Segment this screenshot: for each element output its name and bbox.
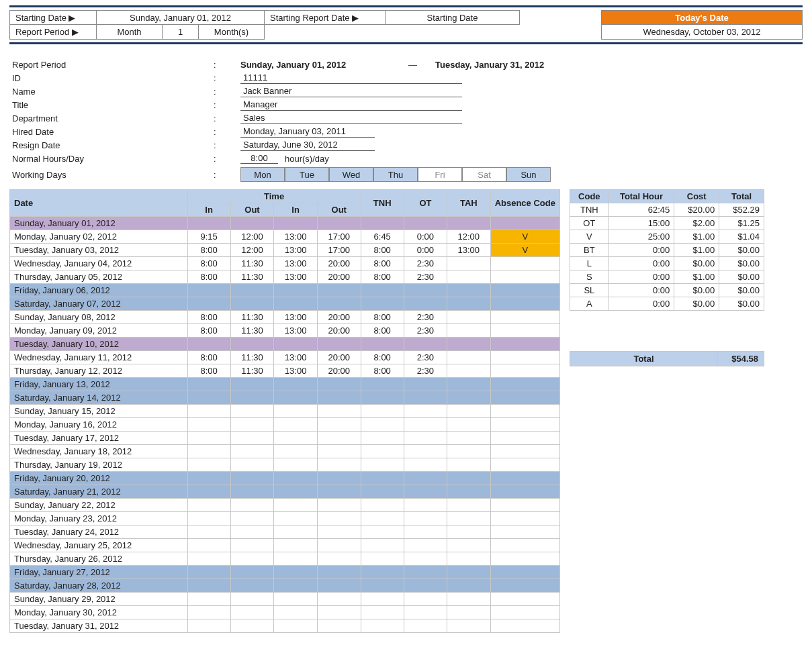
date-cell[interactable]: Sunday, January 22, 2012 bbox=[10, 499, 188, 512]
date-cell[interactable]: Sunday, January 29, 2012 bbox=[10, 593, 188, 606]
header-row-2: Report Period ▶ Month 1 Month(s) Wednesd… bbox=[9, 25, 803, 40]
working-days-row: MonTueWedThuFriSatSun bbox=[240, 167, 551, 182]
starting-date-label: Starting Date ▶ bbox=[9, 10, 97, 25]
timesheet-row: Friday, January 06, 2012 bbox=[10, 284, 560, 297]
summary-hour: 0:00 bbox=[608, 284, 674, 297]
date-cell[interactable]: Tuesday, January 10, 2012 bbox=[10, 338, 188, 351]
summary-hour: 0:00 bbox=[608, 257, 674, 270]
summary-code: V bbox=[570, 230, 609, 244]
timesheet-row: Sunday, January 22, 2012 bbox=[10, 499, 560, 512]
title-value[interactable]: Manager bbox=[240, 99, 462, 111]
sum-col-code: Code bbox=[570, 190, 609, 203]
date-cell[interactable]: Wednesday, January 04, 2012 bbox=[10, 257, 188, 270]
starting-date-value[interactable]: Sunday, January 01, 2012 bbox=[97, 10, 265, 25]
resign-value[interactable]: Saturday, June 30, 2012 bbox=[240, 140, 375, 151]
working-day-sun[interactable]: Sun bbox=[506, 167, 551, 182]
timesheet-row: Wednesday, January 18, 2012 bbox=[10, 445, 560, 458]
report-period-start: Sunday, January 01, 2012 bbox=[240, 60, 408, 70]
date-cell[interactable]: Tuesday, January 17, 2012 bbox=[10, 432, 188, 445]
timesheet-row: Monday, January 02, 20129:1512:0013:0017… bbox=[10, 230, 560, 244]
timesheet-row: Friday, January 20, 2012 bbox=[10, 472, 560, 485]
timesheet-row: Monday, January 16, 2012 bbox=[10, 418, 560, 432]
col-in-1: In bbox=[187, 203, 230, 217]
col-time: Time bbox=[187, 190, 361, 203]
todays-date-title: Today's Date bbox=[601, 10, 803, 25]
dept-value[interactable]: Sales bbox=[240, 113, 462, 124]
sum-col-hour: Total Hour bbox=[608, 190, 674, 203]
report-period-unit-left[interactable]: Month bbox=[97, 25, 163, 40]
working-day-mon[interactable]: Mon bbox=[240, 167, 285, 182]
date-cell[interactable]: Friday, January 20, 2012 bbox=[10, 472, 188, 485]
date-cell[interactable]: Thursday, January 19, 2012 bbox=[10, 458, 188, 472]
summary-cost: $0.00 bbox=[674, 257, 719, 270]
summary-row: BT0:00$1.00$0.00 bbox=[570, 244, 764, 257]
normal-hours-value[interactable]: 8:00 bbox=[240, 153, 278, 164]
working-day-tue[interactable]: Tue bbox=[285, 167, 329, 182]
summary-row: OT15:00$2.00$1.25 bbox=[570, 217, 764, 230]
date-cell[interactable]: Saturday, January 07, 2012 bbox=[10, 297, 188, 311]
name-value[interactable]: Jack Banner bbox=[240, 86, 462, 97]
timesheet-row: Tuesday, January 03, 20128:0012:0013:001… bbox=[10, 244, 560, 257]
starting-report-date-value[interactable]: Starting Date bbox=[386, 10, 520, 25]
working-day-sat[interactable]: Sat bbox=[462, 167, 506, 182]
date-cell[interactable]: Wednesday, January 18, 2012 bbox=[10, 445, 188, 458]
normal-hours-suffix: hour(s)/day bbox=[278, 154, 329, 164]
timesheet-row: Friday, January 13, 2012 bbox=[10, 378, 560, 391]
date-cell[interactable]: Tuesday, January 24, 2012 bbox=[10, 525, 188, 539]
date-cell[interactable]: Thursday, January 26, 2012 bbox=[10, 552, 188, 566]
summary-total: $0.00 bbox=[719, 270, 764, 284]
timesheet-row: Monday, January 23, 2012 bbox=[10, 512, 560, 525]
summary-hour: 25:00 bbox=[608, 230, 674, 244]
resign-label: Resign Date bbox=[12, 140, 214, 150]
date-cell[interactable]: Sunday, January 08, 2012 bbox=[10, 311, 188, 324]
date-cell[interactable]: Monday, January 09, 2012 bbox=[10, 324, 188, 338]
grand-total-label: Total bbox=[570, 352, 718, 366]
summary-row: L0:00$0.00$0.00 bbox=[570, 257, 764, 270]
date-cell[interactable]: Monday, January 02, 2012 bbox=[10, 230, 188, 244]
date-cell[interactable]: Saturday, January 14, 2012 bbox=[10, 391, 188, 405]
date-cell[interactable]: Monday, January 23, 2012 bbox=[10, 512, 188, 525]
summary-row: V25:00$1.00$1.04 bbox=[570, 230, 764, 244]
date-cell[interactable]: Thursday, January 05, 2012 bbox=[10, 270, 188, 284]
date-cell[interactable]: Thursday, January 12, 2012 bbox=[10, 364, 188, 378]
date-cell[interactable]: Friday, January 13, 2012 bbox=[10, 378, 188, 391]
summary-cost: $2.00 bbox=[674, 217, 719, 230]
info-block: Report Period : Sunday, January 01, 2012… bbox=[9, 54, 803, 189]
date-cell[interactable]: Tuesday, January 03, 2012 bbox=[10, 244, 188, 257]
date-cell[interactable]: Saturday, January 28, 2012 bbox=[10, 579, 188, 593]
working-day-thu[interactable]: Thu bbox=[373, 167, 418, 182]
working-day-wed[interactable]: Wed bbox=[329, 167, 373, 182]
date-cell[interactable]: Sunday, January 15, 2012 bbox=[10, 405, 188, 418]
date-cell[interactable]: Saturday, January 21, 2012 bbox=[10, 485, 188, 499]
summary-cost: $1.00 bbox=[674, 244, 719, 257]
timesheet-row: Tuesday, January 17, 2012 bbox=[10, 432, 560, 445]
summary-cost: $20.00 bbox=[674, 203, 719, 217]
date-cell[interactable]: Tuesday, January 31, 2012 bbox=[10, 619, 188, 633]
summary-cost: $1.00 bbox=[674, 270, 719, 284]
summary-row: S0:00$1.00$0.00 bbox=[570, 270, 764, 284]
date-cell[interactable]: Friday, January 06, 2012 bbox=[10, 284, 188, 297]
summary-total: $0.00 bbox=[719, 257, 764, 270]
summary-row: A0:00$0.00$0.00 bbox=[570, 297, 764, 311]
grand-total: Total $54.58 bbox=[570, 351, 764, 366]
id-value[interactable]: 11111 bbox=[240, 72, 462, 84]
report-period-count[interactable]: 1 bbox=[163, 25, 199, 40]
date-cell[interactable]: Sunday, January 01, 2012 bbox=[10, 217, 188, 230]
id-label: ID bbox=[12, 73, 214, 83]
hired-value[interactable]: Monday, January 03, 2011 bbox=[240, 126, 375, 138]
date-cell[interactable]: Monday, January 30, 2012 bbox=[10, 606, 188, 619]
date-cell[interactable]: Monday, January 16, 2012 bbox=[10, 418, 188, 432]
summary-row: TNH62:45$20.00$52.29 bbox=[570, 203, 764, 217]
summary-hour: 15:00 bbox=[608, 217, 674, 230]
report-period-dash: — bbox=[408, 60, 435, 70]
date-cell[interactable]: Wednesday, January 11, 2012 bbox=[10, 351, 188, 364]
timesheet-row: Thursday, January 19, 2012 bbox=[10, 458, 560, 472]
summary-table: Code Total Hour Cost Total TNH62:45$20.0… bbox=[570, 189, 764, 311]
date-cell[interactable]: Wednesday, January 25, 2012 bbox=[10, 539, 188, 552]
date-cell[interactable]: Friday, January 27, 2012 bbox=[10, 566, 188, 579]
working-day-fri[interactable]: Fri bbox=[418, 167, 462, 182]
timesheet-row: Thursday, January 12, 20128:0011:3013:00… bbox=[10, 364, 560, 378]
todays-date-value: Wednesday, October 03, 2012 bbox=[601, 25, 803, 40]
timesheet-row: Tuesday, January 31, 2012 bbox=[10, 619, 560, 633]
summary-code: SL bbox=[570, 284, 609, 297]
